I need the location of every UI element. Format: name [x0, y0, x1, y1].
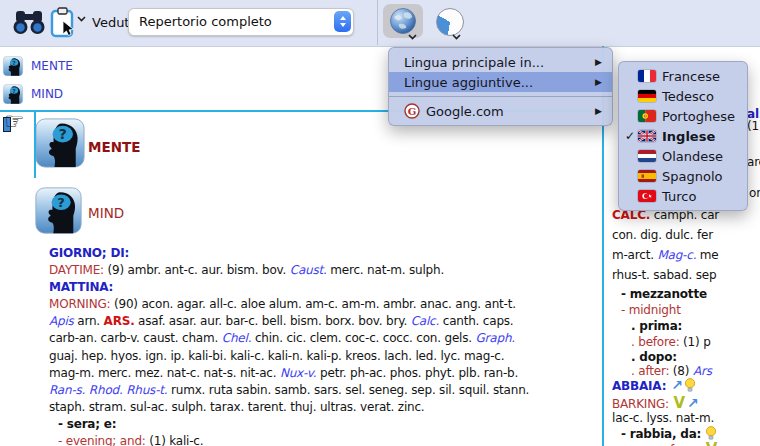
submenu-item-tedesco[interactable]: Tedesco — [619, 86, 747, 106]
select-stepper-icon[interactable] — [334, 11, 351, 32]
language-submenu: FranceseTedescoPortoghese✓IngleseOlandes… — [618, 61, 748, 211]
view-select-value: Repertorio completo — [139, 14, 272, 29]
rubric-line[interactable]: m-arct. Mag-c. me — [612, 248, 719, 262]
text-run: Caust. — [290, 263, 327, 277]
rubric-line[interactable]: ABBAIA: ↗ — [612, 377, 696, 393]
rubric-line[interactable]: MATTINA: — [49, 279, 600, 296]
checkmark-icon: ✓ — [625, 129, 638, 143]
rubric-line[interactable]: - anger; from: V — [621, 440, 718, 446]
text-run: Ars — [693, 364, 712, 378]
rubric-line[interactable]: GIORNO; DI: — [49, 245, 600, 262]
text-run: - sera; e: — [58, 417, 116, 431]
rubric-line[interactable]: - rabbia, da: — [621, 426, 717, 441]
chevron-down-icon — [452, 34, 461, 40]
rubric-line[interactable]: . prima: — [631, 319, 682, 333]
text-run: arn. — [74, 314, 104, 328]
submenu-item-label: Inglese — [662, 129, 715, 144]
text-run: (1) p — [680, 335, 711, 349]
submenu-item-spagnolo[interactable]: Spagnolo — [619, 166, 747, 186]
submenu-arrow-icon: ▶ — [595, 57, 602, 67]
rubric-line[interactable]: - sera; e: — [49, 416, 600, 433]
flag-icon-portugal — [638, 110, 656, 122]
rubric-line[interactable]: guaj. hep. hyos. ign. ip. kali-bi. kali-… — [49, 348, 600, 365]
text-run: (8) — [669, 364, 693, 378]
ne-arrow-icon: ↗ — [687, 395, 699, 411]
text-run: MORNING: — [49, 297, 110, 311]
chapter-list: MENTEMIND — [2, 52, 73, 108]
lightbulb-icon — [705, 427, 717, 441]
rubric-line[interactable]: - mezzanotte — [621, 287, 707, 301]
text-run: guaj. hep. hyos. ign. ip. kali-bi. kali-… — [49, 349, 504, 363]
brain-icon — [2, 84, 24, 104]
flag-icon-turkey — [638, 190, 656, 202]
rubric-line[interactable]: con. dig. dulc. fer — [612, 228, 713, 242]
submenu-arrow-icon: ▶ — [595, 77, 602, 87]
submenu-item-label: Portoghese — [662, 109, 735, 124]
submenu-item-label: Francese — [662, 69, 720, 84]
text-run: . before: — [631, 335, 680, 349]
menu-item-label: Google.com — [426, 104, 595, 119]
v-grade-icon: V — [706, 440, 717, 446]
rubric-line[interactable]: staph. stram. sul-ac. sulph. tarax. tare… — [49, 399, 600, 416]
binoculars-icon[interactable] — [13, 10, 45, 36]
chapter-title-english[interactable]: MIND — [88, 205, 124, 221]
rubric-line[interactable]: BARKING: V↗ — [612, 394, 699, 412]
rubric-line[interactable]: MORNING: (90) acon. agar. all-c. aloe al… — [49, 296, 600, 313]
rubric-line[interactable]: . after: (8) Ars — [631, 364, 712, 378]
rubric-line[interactable]: - evening; and: (1) kali-c. — [49, 433, 600, 446]
google-icon: G — [404, 103, 420, 119]
gutter-divider — [34, 112, 36, 178]
menu-separator — [389, 96, 612, 97]
rubric-line[interactable]: lac-c. lyss. nat-m. — [612, 411, 714, 425]
language-menu: Lingua principale in...▶Lingue aggiuntiv… — [388, 47, 613, 126]
flag-icon-spain — [638, 170, 656, 182]
flag-icon-germany — [638, 90, 656, 102]
toolbar-separator — [377, 0, 378, 45]
submenu-item-label: Olandese — [662, 149, 723, 164]
text-run: Graph. — [476, 331, 515, 345]
language-globe-button[interactable] — [383, 4, 423, 38]
text-run: (1) kali-c. — [146, 434, 204, 446]
rubric-line[interactable]: rhus-t. sabad. sep — [612, 268, 716, 282]
menu-item-lingua-principale-in[interactable]: Lingua principale in...▶ — [389, 52, 612, 72]
chapter-row-mind[interactable]: MIND — [2, 80, 73, 108]
submenu-item-francese[interactable]: Francese — [619, 66, 747, 86]
rubric-line[interactable]: carb-an. carb-v. caust. cham. Chel. chin… — [49, 330, 600, 347]
chapter-row-mente[interactable]: MENTE — [2, 52, 73, 80]
text-run: rhus-t. sabad. sep — [612, 268, 716, 282]
menu-item-google-com[interactable]: GGoogle.com▶ — [389, 101, 612, 121]
view-select[interactable]: Repertorio completo — [128, 8, 354, 36]
rubric-line[interactable]: . before: (1) p — [631, 335, 711, 349]
text-run: me — [696, 248, 718, 262]
lightbulb-icon — [684, 379, 696, 393]
text-run: DAYTIME: — [49, 263, 104, 277]
brain-icon[interactable] — [35, 187, 82, 238]
submenu-item-olandese[interactable]: Olandese — [619, 146, 747, 166]
submenu-arrow-icon: ▶ — [595, 106, 602, 116]
text-run: BARKING: — [612, 397, 673, 411]
submenu-item-turco[interactable]: Turco — [619, 186, 747, 206]
rubric-line[interactable]: . dopo: — [631, 350, 677, 364]
submenu-item-inglese[interactable]: ✓Inglese — [619, 126, 747, 146]
chevron-down-icon — [408, 34, 417, 40]
submenu-item-label: Tedesco — [662, 89, 714, 104]
text-run: . prima: — [631, 319, 682, 333]
text-run: Apis — [49, 314, 74, 328]
text-run: Ran-s. Rhod. Rhus-t. — [49, 383, 167, 397]
text-run: (9) ambr. ant-c. aur. bism. bov. — [104, 263, 290, 277]
menu-item-lingue-aggiuntive[interactable]: Lingue aggiuntive...▶ — [389, 72, 612, 92]
rubric-line[interactable]: DAYTIME: (9) ambr. ant-c. aur. bism. bov… — [49, 262, 600, 279]
rubric-line[interactable]: mag-m. merc. mez. nat-c. nat-s. nit-ac. … — [49, 365, 600, 382]
rubric-line[interactable]: - midnight — [621, 303, 681, 317]
rubric-line[interactable]: Ran-s. Rhod. Rhus-t. rumx. ruta sabin. s… — [49, 382, 600, 399]
ne-arrow-icon: ↗ — [671, 377, 683, 393]
submenu-item-label: Spagnolo — [662, 169, 722, 184]
analysis-pie-button[interactable] — [429, 4, 469, 38]
clipboard-pointer-icon[interactable] — [50, 7, 76, 38]
text-run: chin. cic. clem. coc-c. cocc. con. gels. — [251, 331, 475, 345]
rubric-line[interactable]: Apis arn. ARS. asaf. asar. aur. bar-c. b… — [49, 313, 600, 330]
brain-icon[interactable] — [35, 118, 85, 172]
svg-text:G: G — [408, 106, 417, 117]
submenu-item-portoghese[interactable]: Portoghese — [619, 106, 747, 126]
chapter-title-italian[interactable]: MENTE — [88, 139, 140, 155]
